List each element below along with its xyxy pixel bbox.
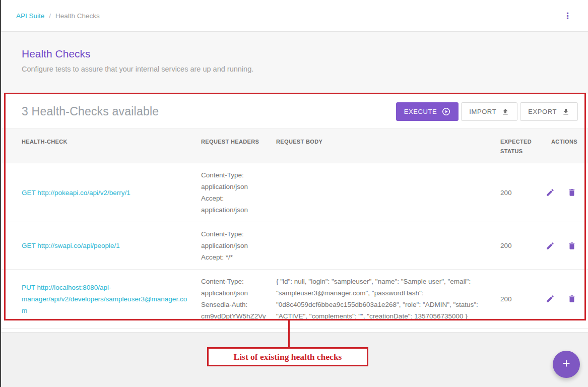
- request-body-cell: { "id": null, "login": "sampleuser", "na…: [276, 270, 500, 328]
- breadcrumb-separator: /: [49, 12, 51, 20]
- column-header-actions: ACTIONS: [545, 137, 588, 147]
- annotation-callout: List of existing health checks: [207, 347, 368, 366]
- add-health-check-button[interactable]: [553, 351, 580, 378]
- expected-status-cell: 200: [500, 293, 545, 305]
- app-window: API Suite / Health Checks ⋮ Health Check…: [0, 0, 588, 387]
- export-button-label: EXPORT: [528, 108, 557, 115]
- upload-icon: [501, 108, 509, 116]
- breadcrumb-api-suite[interactable]: API Suite: [16, 12, 44, 20]
- execute-button[interactable]: EXECUTE: [396, 102, 459, 121]
- panel-actions: EXECUTE IMPORT EXPORT: [396, 102, 578, 121]
- annotation-label: List of existing health checks: [234, 352, 342, 362]
- request-body-cell: [276, 240, 500, 252]
- table-row: GET http://swapi.co/api/people/1 Content…: [1, 222, 588, 270]
- request-body-cell: [276, 186, 500, 199]
- request-headers-cell: Content-Type: application/json Accept: a…: [201, 163, 276, 222]
- health-checks-panel: 3 Health-Checks available EXECUTE IMPORT…: [1, 94, 588, 333]
- page-heading: Health Checks Configure tests to assure …: [22, 48, 253, 73]
- trash-icon[interactable]: [567, 188, 576, 197]
- column-header-health-check: HEALTH-CHECK: [22, 137, 201, 147]
- pencil-icon[interactable]: [546, 294, 555, 303]
- table-row: PUT http://localhost:8080/api-manager/ap…: [1, 270, 588, 329]
- download-icon: [562, 108, 570, 116]
- export-button[interactable]: EXPORT: [520, 102, 578, 121]
- health-check-link[interactable]: GET http://pokeapi.co/api/v2/berry/1: [22, 187, 201, 199]
- panel-header: 3 Health-Checks available EXECUTE IMPORT…: [1, 94, 588, 128]
- table-header-row: HEALTH-CHECK REQUEST HEADERS REQUEST BOD…: [1, 128, 588, 163]
- column-header-request-headers: REQUEST HEADERS: [201, 137, 276, 147]
- pencil-icon[interactable]: [546, 241, 555, 250]
- request-headers-cell: Content-Type: application/json Accept: *…: [201, 222, 276, 269]
- annotation-connector-line: [288, 320, 290, 348]
- health-check-link[interactable]: PUT http://localhost:8080/api-manager/ap…: [22, 282, 201, 316]
- page-subtitle: Configure tests to assure that your inte…: [22, 65, 253, 73]
- health-check-link[interactable]: GET http://swapi.co/api/people/1: [22, 240, 201, 251]
- row-actions: [545, 294, 588, 303]
- page-title: Health Checks: [22, 48, 253, 60]
- import-button[interactable]: IMPORT: [461, 102, 517, 121]
- play-circle-icon: [442, 107, 450, 116]
- trash-icon[interactable]: [567, 294, 576, 303]
- row-actions: [545, 241, 588, 250]
- request-headers-cell: Content-Type: application/json Sensedia-…: [201, 270, 276, 328]
- trash-icon[interactable]: [567, 241, 576, 250]
- panel-title: 3 Health-Checks available: [22, 105, 159, 118]
- plus-icon: [561, 358, 572, 371]
- top-bar: API Suite / Health Checks ⋮: [1, 0, 588, 32]
- import-button-label: IMPORT: [469, 108, 496, 115]
- breadcrumb: API Suite / Health Checks: [16, 12, 100, 20]
- breadcrumb-current: Health Checks: [55, 12, 100, 20]
- expected-status-cell: 200: [500, 187, 545, 199]
- table-row: GET http://pokeapi.co/api/v2/berry/1 Con…: [1, 163, 588, 222]
- row-actions: [545, 188, 588, 197]
- expected-status-cell: 200: [500, 240, 545, 251]
- column-header-request-body: REQUEST BODY: [276, 137, 500, 147]
- execute-button-label: EXECUTE: [404, 108, 437, 115]
- pencil-icon[interactable]: [546, 188, 555, 197]
- column-header-expected-status: EXPECTED STATUS: [500, 137, 536, 156]
- kebab-menu-icon[interactable]: ⋮: [559, 10, 576, 22]
